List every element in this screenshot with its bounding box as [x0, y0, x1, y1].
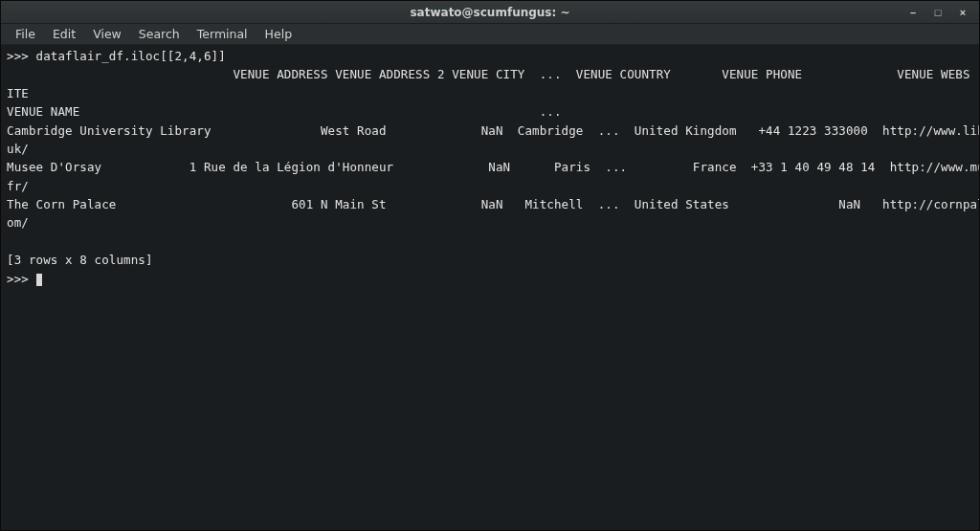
close-button[interactable]: × [956, 6, 969, 19]
maximize-button[interactable]: □ [931, 6, 945, 19]
menu-bar: File Edit View Search Terminal Help [1, 24, 979, 45]
table-row-wrap: uk/ [7, 142, 29, 156]
table-row: Cambridge University Library West Road N… [7, 123, 979, 138]
menu-file[interactable]: File [7, 25, 44, 43]
window-titlebar: satwato@scumfungus: ~ – □ × [1, 1, 979, 24]
table-index-header: VENUE NAME ... [7, 104, 562, 119]
table-header-wrap: ITE [7, 86, 29, 100]
window-title: satwato@scumfungus: ~ [410, 6, 569, 19]
window-controls: – □ × [906, 1, 975, 24]
table-row-wrap: om/ [7, 215, 29, 230]
menu-edit[interactable]: Edit [44, 25, 84, 43]
terminal-output[interactable]: >>> dataflair_df.iloc[[2,4,6]] VENUE ADD… [1, 45, 979, 530]
menu-search[interactable]: Search [130, 25, 189, 43]
table-row-wrap: fr/ [7, 179, 29, 193]
python-prompt: >>> [7, 272, 36, 286]
menu-help[interactable]: Help [256, 25, 301, 43]
table-row: The Corn Palace 601 N Main St NaN Mitche… [7, 197, 979, 211]
shape-summary: [3 rows x 8 columns] [7, 253, 153, 267]
menu-view[interactable]: View [84, 25, 130, 43]
menu-terminal[interactable]: Terminal [189, 25, 256, 43]
prompt-command: >>> dataflair_df.iloc[[2,4,6]] [7, 49, 226, 63]
table-row: Musee D'Orsay 1 Rue de la Légion d'Honne… [7, 160, 979, 174]
minimize-button[interactable]: – [906, 6, 920, 19]
table-header: VENUE ADDRESS VENUE ADDRESS 2 VENUE CITY… [7, 67, 970, 81]
cursor-icon [36, 274, 42, 286]
